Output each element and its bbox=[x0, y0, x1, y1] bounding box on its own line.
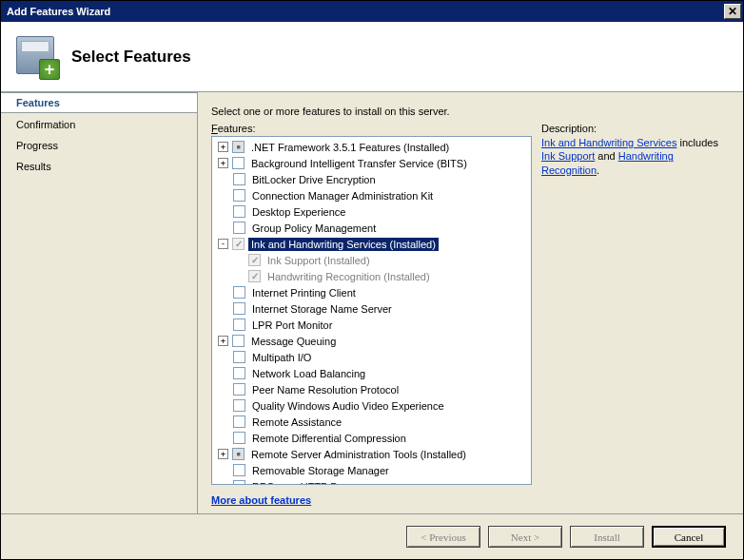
checkbox bbox=[248, 254, 261, 266]
tree-node[interactable]: Group Policy Management bbox=[212, 220, 531, 236]
tree-node-label[interactable]: Group Policy Management bbox=[249, 222, 379, 235]
tree-node-label[interactable]: Connection Manager Administration Kit bbox=[249, 189, 436, 203]
checkbox[interactable] bbox=[233, 383, 245, 396]
install-button[interactable]: Install bbox=[570, 526, 644, 548]
checkbox[interactable] bbox=[233, 205, 245, 218]
tree-node[interactable]: +Message Queuing bbox=[212, 333, 531, 349]
tree-node[interactable]: -Ink and Handwriting Services (Installed… bbox=[212, 236, 531, 252]
next-button[interactable]: Next > bbox=[488, 526, 562, 548]
description-label: Description: bbox=[541, 123, 730, 134]
tree-node-label[interactable]: LPR Port Monitor bbox=[249, 319, 335, 332]
plus-icon: + bbox=[39, 59, 60, 80]
tree-node[interactable]: Removable Storage Manager bbox=[212, 462, 531, 478]
main-content: Select one or more features to install o… bbox=[198, 92, 743, 513]
tree-node[interactable]: RPC over HTTP Proxy bbox=[212, 478, 531, 485]
expand-icon[interactable]: + bbox=[218, 158, 228, 168]
titlebar: Add Features Wizard ✕ bbox=[1, 1, 743, 22]
features-label: Features: bbox=[211, 123, 532, 134]
expand-icon[interactable]: + bbox=[218, 336, 228, 346]
tree-node-label[interactable]: Removable Storage Manager bbox=[249, 464, 392, 477]
header-banner: + Select Features bbox=[1, 22, 743, 92]
tree-node-label[interactable]: Peer Name Resolution Protocol bbox=[249, 383, 401, 396]
tree-node-label[interactable]: Background Intelligent Transfer Service … bbox=[248, 157, 470, 170]
tree-node[interactable]: Internet Storage Name Server bbox=[212, 300, 531, 317]
link-ink-support[interactable]: Ink Support bbox=[541, 150, 595, 162]
checkbox[interactable] bbox=[233, 302, 245, 315]
tree-node-label[interactable]: Quality Windows Audio Video Experience bbox=[249, 399, 447, 413]
tree-node-label[interactable]: Internet Printing Client bbox=[249, 286, 359, 299]
checkbox[interactable] bbox=[233, 189, 245, 202]
checkbox[interactable] bbox=[233, 367, 245, 379]
close-button[interactable]: ✕ bbox=[724, 4, 741, 19]
tree-node-label[interactable]: Multipath I/O bbox=[249, 351, 314, 364]
tree-node[interactable]: Connection Manager Administration Kit bbox=[212, 187, 531, 203]
tree-node[interactable]: Peer Name Resolution Protocol bbox=[212, 381, 531, 397]
description-column: Description: Ink and Handwriting Service… bbox=[541, 123, 730, 506]
tree-node-label[interactable]: Ink Support (Installed) bbox=[264, 254, 373, 267]
link-ink-handwriting-services[interactable]: Ink and Handwriting Services bbox=[541, 137, 676, 148]
checkbox[interactable] bbox=[232, 157, 245, 169]
tree-node-label[interactable]: Internet Storage Name Server bbox=[249, 302, 395, 316]
tree-node[interactable]: Network Load Balancing bbox=[212, 365, 531, 381]
checkbox[interactable] bbox=[233, 222, 245, 234]
tree-node-label[interactable]: BitLocker Drive Encryption bbox=[249, 173, 379, 186]
expand-icon[interactable]: + bbox=[218, 449, 228, 459]
tree-node-label[interactable]: Remote Server Administration Tools (Inst… bbox=[248, 448, 469, 461]
expand-icon[interactable]: + bbox=[218, 142, 228, 152]
checkbox[interactable] bbox=[233, 173, 245, 185]
checkbox[interactable] bbox=[232, 448, 245, 460]
tree-node-label[interactable]: Desktop Experience bbox=[249, 205, 348, 219]
columns: Features: +.NET Framework 3.5.1 Features… bbox=[211, 123, 730, 506]
tree-node[interactable]: LPR Port Monitor bbox=[212, 317, 531, 333]
tree-node-label[interactable]: Remote Differential Compression bbox=[249, 432, 409, 445]
footer: < Previous Next > Install Cancel bbox=[1, 513, 743, 559]
checkbox[interactable] bbox=[233, 415, 245, 428]
checkbox[interactable] bbox=[233, 399, 245, 412]
close-icon: ✕ bbox=[728, 5, 737, 18]
tree-node-label[interactable]: .NET Framework 3.5.1 Features (Installed… bbox=[248, 141, 452, 154]
description-text: Ink and Handwriting Services includes In… bbox=[541, 136, 730, 177]
tree-node[interactable]: +Background Intelligent Transfer Service… bbox=[212, 155, 531, 171]
instruction-text: Select one or more features to install o… bbox=[211, 106, 730, 117]
checkbox[interactable] bbox=[233, 351, 245, 363]
sidebar: FeaturesConfirmationProgressResults bbox=[1, 92, 198, 513]
wizard-icon: + bbox=[14, 34, 60, 80]
tree-node[interactable]: +Remote Server Administration Tools (Ins… bbox=[212, 446, 531, 462]
checkbox bbox=[248, 270, 261, 282]
tree-node[interactable]: Internet Printing Client bbox=[212, 284, 531, 300]
tree-node[interactable]: +.NET Framework 3.5.1 Features (Installe… bbox=[212, 139, 531, 155]
tree-node[interactable]: BitLocker Drive Encryption bbox=[212, 171, 531, 187]
cancel-button[interactable]: Cancel bbox=[652, 526, 726, 548]
checkbox[interactable] bbox=[233, 286, 245, 299]
checkbox[interactable] bbox=[233, 464, 245, 476]
more-about-features-link[interactable]: More about features bbox=[211, 494, 532, 506]
tree-node[interactable]: Quality Windows Audio Video Experience bbox=[212, 397, 531, 414]
features-column: Features: +.NET Framework 3.5.1 Features… bbox=[211, 123, 532, 506]
tree-node[interactable]: Desktop Experience bbox=[212, 203, 531, 220]
previous-button[interactable]: < Previous bbox=[406, 526, 480, 548]
tree-node[interactable]: Multipath I/O bbox=[212, 349, 531, 365]
tree-node-label[interactable]: Handwriting Recognition (Installed) bbox=[264, 270, 433, 283]
checkbox[interactable] bbox=[232, 335, 245, 347]
checkbox[interactable] bbox=[233, 432, 245, 444]
tree-node-label[interactable]: Network Load Balancing bbox=[249, 367, 368, 380]
sidebar-item-features[interactable]: Features bbox=[1, 92, 197, 113]
features-tree[interactable]: +.NET Framework 3.5.1 Features (Installe… bbox=[211, 136, 532, 485]
tree-node-label[interactable]: Remote Assistance bbox=[249, 415, 344, 429]
tree-node-label[interactable]: RPC over HTTP Proxy bbox=[249, 480, 360, 486]
collapse-icon[interactable]: - bbox=[218, 239, 228, 249]
sidebar-item-results[interactable]: Results bbox=[1, 157, 197, 176]
page-title: Select Features bbox=[71, 48, 191, 67]
window-title: Add Features Wizard bbox=[7, 6, 110, 17]
tree-node[interactable]: Handwriting Recognition (Installed) bbox=[212, 268, 531, 284]
tree-node[interactable]: Remote Assistance bbox=[212, 414, 531, 430]
sidebar-item-confirmation[interactable]: Confirmation bbox=[1, 115, 197, 134]
checkbox[interactable] bbox=[233, 480, 245, 485]
tree-node-label[interactable]: Message Queuing bbox=[248, 335, 339, 348]
tree-node[interactable]: Ink Support (Installed) bbox=[212, 252, 531, 268]
sidebar-item-progress[interactable]: Progress bbox=[1, 136, 197, 155]
checkbox[interactable] bbox=[232, 141, 245, 153]
tree-node[interactable]: Remote Differential Compression bbox=[212, 430, 531, 446]
tree-node-label[interactable]: Ink and Handwriting Services (Installed) bbox=[248, 238, 439, 251]
checkbox[interactable] bbox=[233, 319, 245, 331]
